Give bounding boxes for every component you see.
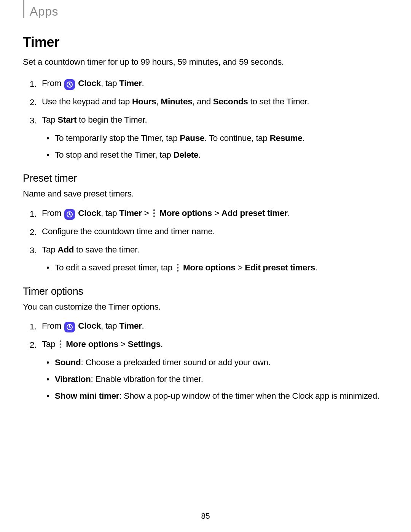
step-text: Configure the countdown time and timer n… — [42, 227, 215, 236]
clock-label: Clock — [78, 78, 101, 88]
more-options-icon — [175, 263, 180, 273]
minutes-label: Minutes — [161, 97, 192, 106]
svg-line-2 — [70, 85, 71, 85]
svg-point-15 — [60, 340, 62, 342]
step-number: 1. — [30, 320, 37, 333]
svg-point-7 — [153, 212, 155, 214]
header-divider — [23, 0, 24, 18]
svg-point-8 — [153, 215, 155, 217]
more-options-label: More options — [66, 339, 118, 349]
pause-label: Pause — [180, 133, 204, 143]
step-text: to begin the Timer. — [76, 115, 147, 125]
preset-steps: 1. From Clock, tap Timer > More options … — [23, 207, 388, 274]
bullet-text: : Choose a preloaded timer sound or add … — [81, 358, 270, 367]
bullet-text: . To continue, tap — [204, 133, 270, 143]
svg-point-11 — [177, 270, 179, 272]
subheading-timer-options: Timer options — [23, 286, 388, 297]
step-text: . — [288, 208, 290, 218]
timer-label: Timer — [119, 321, 142, 331]
svg-point-17 — [60, 347, 62, 348]
step-text: , tap — [101, 78, 119, 88]
sound-label: Sound — [55, 358, 81, 367]
options-steps: 1. From Clock, tap Timer. 2. Tap More op… — [23, 320, 388, 402]
preset-bullets: To edit a saved preset timer, tap More o… — [42, 261, 388, 274]
bullet-text: : Enable vibration for the timer. — [91, 374, 203, 384]
page-number: 85 — [0, 511, 411, 521]
svg-line-5 — [70, 214, 71, 215]
bullet-text: To stop and reset the Timer, tap — [55, 150, 174, 160]
bullet-vibration: Vibration: Enable vibration for the time… — [55, 373, 388, 386]
delete-label: Delete — [174, 150, 199, 160]
step-text: > — [118, 339, 128, 349]
step-text: > — [212, 208, 221, 218]
add-label: Add — [57, 245, 74, 254]
document-page: Apps Timer Set a countdown timer for up … — [0, 0, 411, 532]
bullet-text: . — [315, 263, 317, 272]
clock-label: Clock — [78, 321, 101, 331]
more-options-icon — [58, 339, 63, 349]
options-bullets: Sound: Choose a preloaded timer sound or… — [42, 356, 388, 402]
step-number: 2. — [30, 339, 37, 351]
bullet-text: To temporarily stop the Timer, tap — [55, 133, 180, 143]
step-text: Tap — [42, 115, 57, 125]
step-3-bullets: To temporarily stop the Timer, tap Pause… — [42, 132, 388, 161]
step-text: From — [42, 78, 64, 88]
step-text: From — [42, 321, 64, 331]
step-3: 3. Tap Start to begin the Timer. To temp… — [42, 113, 388, 161]
svg-point-10 — [177, 267, 179, 269]
step-text: to set the Timer. — [248, 97, 309, 106]
step-text: , — [156, 97, 161, 106]
step-text: Use the keypad and tap — [42, 97, 132, 106]
step-2: 2. Use the keypad and tap Hours, Minutes… — [42, 95, 388, 108]
clock-icon — [64, 322, 75, 332]
timer-steps: 1. From Clock, tap Timer. 2. Use the key… — [23, 77, 388, 161]
step-text: Tap — [42, 245, 57, 254]
step-text: > — [142, 208, 151, 218]
svg-line-14 — [70, 327, 71, 328]
preset-step-2: 2. Configure the countdown time and time… — [42, 225, 388, 238]
options-step-2: 2. Tap More options > Settings. Sound: C… — [42, 338, 388, 402]
step-number: 2. — [30, 96, 37, 109]
bullet-edit-preset: To edit a saved preset timer, tap More o… — [55, 261, 388, 274]
svg-point-9 — [177, 264, 179, 266]
step-number: 2. — [30, 226, 37, 238]
clock-label: Clock — [78, 208, 101, 218]
subheading-preset-timer: Preset timer — [23, 173, 388, 184]
step-text: From — [42, 208, 64, 218]
section-intro: Set a countdown timer for up to 99 hours… — [23, 56, 388, 68]
step-number: 1. — [30, 208, 37, 220]
bullet-pause: To temporarily stop the Timer, tap Pause… — [55, 132, 388, 145]
step-1: 1. From Clock, tap Timer. — [42, 77, 388, 90]
hours-label: Hours — [132, 97, 156, 106]
mini-timer-label: Show mini timer — [55, 391, 119, 401]
page-header: Apps — [23, 0, 388, 20]
step-text: . — [142, 78, 144, 88]
bullet-mini-timer: Show mini timer: Show a pop-up window of… — [55, 390, 388, 403]
more-options-label: More options — [159, 208, 212, 218]
seconds-label: Seconds — [213, 97, 248, 106]
header-title: Apps — [30, 3, 58, 20]
step-text: Tap — [42, 339, 57, 349]
timer-label: Timer — [119, 78, 142, 88]
svg-point-16 — [60, 343, 62, 345]
bullet-text: > — [236, 263, 245, 272]
step-text: . — [161, 339, 163, 349]
add-preset-label: Add preset timer — [221, 208, 288, 218]
more-options-label: More options — [183, 263, 236, 272]
vibration-label: Vibration — [55, 374, 91, 384]
bullet-sound: Sound: Choose a preloaded timer sound or… — [55, 356, 388, 369]
step-text: , tap — [101, 321, 119, 331]
options-step-1: 1. From Clock, tap Timer. — [42, 320, 388, 332]
resume-label: Resume — [270, 133, 303, 143]
bullet-delete: To stop and reset the Timer, tap Delete. — [55, 149, 388, 161]
svg-point-6 — [153, 209, 155, 211]
clock-icon — [64, 209, 75, 220]
edit-preset-label: Edit preset timers — [245, 263, 315, 272]
bullet-text: : Show a pop-up window of the timer when… — [119, 391, 379, 401]
more-options-icon — [151, 208, 157, 218]
bullet-text: . — [198, 150, 201, 160]
step-text: , and — [192, 97, 213, 106]
preset-step-3: 3. Tap Add to save the timer. To edit a … — [42, 243, 388, 275]
options-intro: You can customize the Timer options. — [23, 301, 388, 313]
clock-icon — [64, 79, 75, 90]
